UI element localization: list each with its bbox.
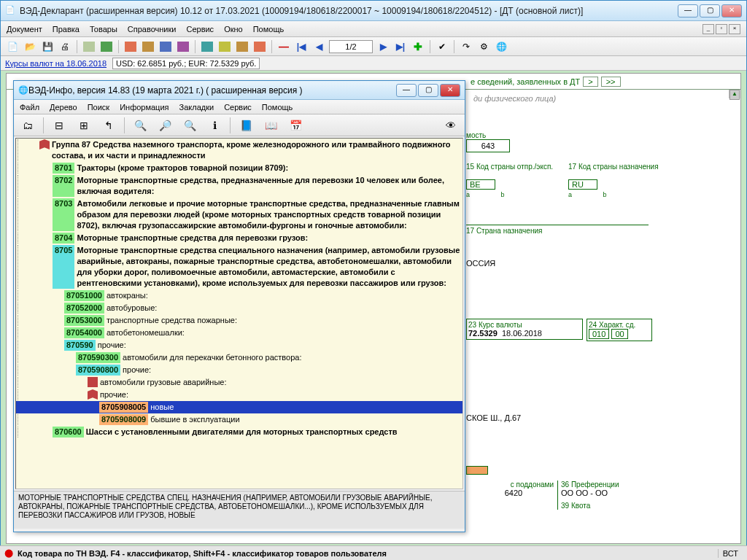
ved-info-titlebar[interactable]: 🌐 ВЭД-Инфо, версия 14.83 (19 марта 2021 … (14, 81, 465, 100)
rates-link[interactable]: Курсы валют на 18.06.2018 (5, 59, 107, 68)
tree-row-8705[interactable]: 8705 Моторные транспортные средства спец… (16, 244, 462, 289)
menu-goods[interactable]: Товары (90, 25, 117, 34)
tree-row-870590[interactable]: 870590 прочие: (16, 339, 462, 351)
inner-close-button[interactable]: ✕ (440, 84, 460, 97)
tree-row-87053000[interactable]: 87053000 транспортные средства пожарные: (16, 314, 462, 327)
add-button[interactable]: ✚ (411, 39, 425, 54)
pref-value[interactable]: ОО ОО - ОО (561, 489, 652, 497)
inner-maximize-button[interactable]: ▢ (418, 84, 438, 97)
russia-value[interactable]: ОССИЯ (466, 259, 495, 268)
orange-box[interactable] (466, 466, 488, 475)
inner-menu-service[interactable]: Сервис (224, 103, 252, 112)
mdi-restore-button[interactable]: ▫ (716, 24, 727, 34)
tree-view-button[interactable]: 🗂 (18, 117, 37, 134)
inner-menu-help[interactable]: Помощь (262, 103, 293, 112)
tb-print-button[interactable]: 🖨 (58, 39, 72, 54)
tree-row-870600[interactable]: 870600 Шасси с установленными двигателям… (16, 426, 462, 438)
tree-row-8704[interactable]: 8704 Моторные транспортные средства для … (16, 232, 462, 244)
collapse-button[interactable]: ⊟ (50, 117, 69, 134)
tree-row-avarij[interactable]: автомобили грузовые аварийные: (16, 376, 462, 389)
expand-button[interactable]: ⊞ (74, 117, 93, 134)
status-icon: ⬤ (4, 548, 13, 558)
tb-tool-button[interactable]: ⚙ (476, 39, 491, 54)
field-ru[interactable]: RU (568, 179, 597, 190)
tb-color2-button[interactable] (99, 39, 114, 54)
tree-row-870590300[interactable]: 870590300 автомобили для перекачки бетон… (16, 351, 462, 364)
tree-row-870590800[interactable]: 870590800 прочие: (16, 364, 462, 376)
rate-value[interactable]: 72.5329 (468, 329, 498, 338)
tb-globe-button[interactable]: 🌐 (494, 39, 508, 54)
tb-new-button[interactable]: 📄 (5, 39, 20, 54)
field-be[interactable]: BE (466, 179, 495, 190)
vertical-scrollbar[interactable]: ▲ (729, 90, 740, 98)
mdi-minimize-button[interactable]: _ (703, 24, 714, 34)
prev-button[interactable]: ◀ (311, 39, 326, 54)
tree-row-8703[interactable]: 8703 Автомобили легковые и прочие моторн… (16, 198, 462, 232)
pager-input[interactable]: 1/2 (329, 40, 373, 53)
notes-button[interactable]: 📖 (261, 117, 280, 134)
menu-references[interactable]: Справочники (128, 25, 177, 34)
menu-help[interactable]: Помощь (253, 25, 285, 34)
zoom-out-button[interactable]: 🔎 (155, 117, 174, 134)
tree-row-8705908005[interactable]: 8705908005 новые (16, 401, 462, 413)
scroll-up-button[interactable]: ▲ (729, 90, 740, 100)
tree-row-8701[interactable]: 8701 Тракторы (кроме тракторов товарной … (16, 162, 462, 174)
tb-act7-button[interactable] (235, 39, 249, 54)
tree-row-8702[interactable]: 8702 Моторные транспортные средства, пре… (16, 174, 462, 198)
tb-act8-button[interactable] (252, 39, 267, 54)
app-icon: 📄 (5, 5, 17, 17)
char-b[interactable]: 00 (611, 329, 627, 339)
info-button[interactable]: ℹ (205, 117, 224, 134)
tb-act1-button[interactable] (123, 39, 138, 54)
menu-document[interactable]: Документ (7, 25, 42, 34)
rate-date[interactable]: 18.06.2018 (502, 329, 542, 338)
remove-button[interactable]: — (276, 39, 291, 54)
cost-value[interactable]: 643 (466, 139, 510, 152)
calendar-button[interactable]: 📅 (286, 117, 305, 134)
inner-minimize-button[interactable]: — (396, 84, 417, 97)
maximize-button[interactable]: ▢ (700, 4, 720, 18)
tb-save-button[interactable]: 💾 (40, 39, 55, 54)
menu-edit[interactable]: Правка (53, 25, 80, 34)
inner-menu-bookmarks[interactable]: Закладки (179, 103, 214, 112)
tb-act2-button[interactable] (141, 39, 155, 54)
preview-button[interactable]: 👁 (441, 117, 460, 134)
minimize-button[interactable]: — (678, 4, 698, 18)
inner-menu-tree[interactable]: Дерево (50, 103, 77, 112)
tree-row-8705908009[interactable]: 8705908009 бывшие в эксплуатации (16, 413, 462, 426)
close-button[interactable]: ✕ (721, 4, 742, 18)
menu-service[interactable]: Сервис (186, 25, 214, 34)
tb-act3-button[interactable] (158, 39, 173, 54)
tb-act5-button[interactable] (200, 39, 214, 54)
tb-export-button[interactable]: ↷ (459, 39, 473, 54)
tb-act4-button[interactable] (176, 39, 190, 54)
tree-row-prochie[interactable]: прочие: (16, 389, 462, 401)
tree-row-87051000[interactable]: 87051000 автокраны: (16, 289, 462, 302)
tree-label: Моторные транспортные средства для перев… (77, 233, 308, 244)
classifier-tree[interactable]: Группа 87 Средства наземного транспорта,… (15, 138, 463, 489)
nav-next-button[interactable]: > (583, 77, 597, 87)
menu-window[interactable]: Окно (224, 25, 243, 34)
first-button[interactable]: |◀ (294, 39, 309, 54)
tb-check-button[interactable]: ✔ (435, 39, 449, 54)
nav-last-button[interactable]: >> (601, 77, 621, 87)
inner-menu-file[interactable]: Файл (20, 103, 39, 112)
parent-button[interactable]: ↰ (99, 117, 118, 134)
tb-color1-button[interactable] (82, 39, 96, 54)
bookmark-button[interactable]: 📘 (236, 117, 255, 134)
tb-open-button[interactable]: 📂 (23, 39, 37, 54)
find-code-button[interactable]: 🔍 (180, 117, 199, 134)
char-a[interactable]: 010 (589, 329, 609, 339)
tree-row-87054000[interactable]: 87054000 автобетономешалки: (16, 327, 462, 339)
inner-menu-search[interactable]: Поиск (88, 103, 109, 112)
zoom-button[interactable]: 🔍 (131, 117, 150, 134)
tb-act6-button[interactable] (217, 39, 232, 54)
code-badge: 8701 (53, 163, 74, 174)
pallet-value[interactable]: 6420 (473, 489, 554, 497)
next-button[interactable]: ▶ (376, 39, 390, 54)
tree-row-group87[interactable]: Группа 87 Средства наземного транспорта,… (16, 139, 462, 162)
inner-menu-info[interactable]: Информация (120, 103, 169, 112)
last-button[interactable]: ▶| (393, 39, 408, 54)
mdi-close-button[interactable]: × (729, 24, 740, 34)
tree-row-87052000[interactable]: 87052000 автобуровые: (16, 302, 462, 314)
